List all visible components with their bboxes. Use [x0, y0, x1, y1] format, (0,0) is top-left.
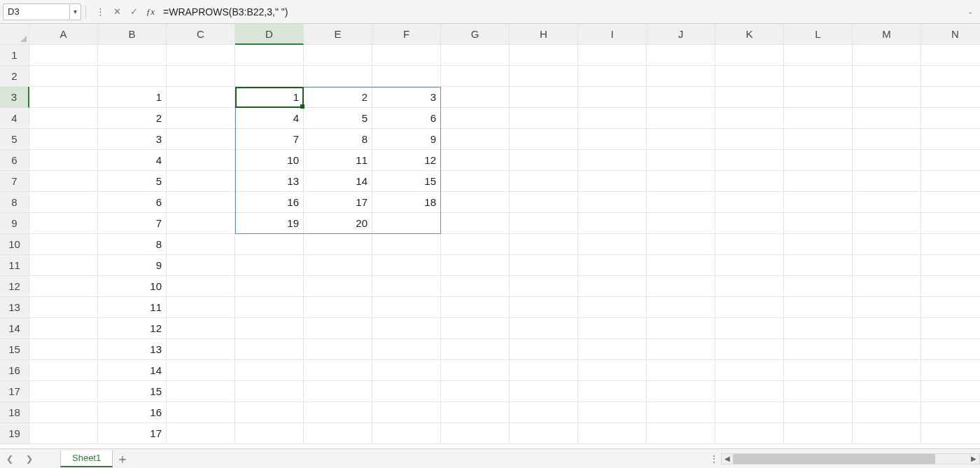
row-header[interactable]: 1	[0, 45, 29, 66]
cell[interactable]	[304, 318, 372, 339]
cell[interactable]	[715, 192, 784, 213]
cancel-icon[interactable]: ✕	[110, 5, 124, 19]
cell[interactable]: 13	[98, 339, 167, 360]
cell[interactable]	[372, 297, 441, 318]
cell[interactable]	[921, 297, 980, 318]
cell[interactable]	[853, 297, 921, 318]
cell[interactable]	[510, 66, 578, 87]
cell[interactable]	[853, 192, 921, 213]
cell[interactable]	[441, 150, 510, 171]
next-sheet-icon[interactable]: ❯	[20, 449, 39, 469]
cell[interactable]	[715, 276, 784, 297]
column-header[interactable]: L	[784, 24, 853, 45]
cell[interactable]	[441, 381, 510, 402]
cell[interactable]	[167, 192, 235, 213]
cell[interactable]: 9	[372, 129, 441, 150]
cell[interactable]	[441, 318, 510, 339]
cell[interactable]	[853, 213, 921, 234]
prev-sheet-icon[interactable]: ❮	[0, 449, 20, 469]
cell[interactable]	[578, 150, 647, 171]
cell[interactable]	[441, 87, 510, 108]
cell[interactable]	[304, 234, 372, 255]
cell[interactable]: 9	[98, 255, 167, 276]
cell[interactable]	[441, 66, 510, 87]
cell[interactable]: 1	[235, 87, 304, 108]
cell[interactable]	[921, 150, 980, 171]
cell[interactable]	[715, 339, 784, 360]
cell[interactable]	[441, 255, 510, 276]
cell[interactable]	[304, 402, 372, 423]
cell[interactable]	[304, 276, 372, 297]
sheet-tab-active[interactable]: Sheet1	[60, 450, 113, 467]
row-header[interactable]: 19	[0, 423, 29, 444]
cell[interactable]	[510, 255, 578, 276]
cell[interactable]	[921, 171, 980, 192]
cell[interactable]	[647, 423, 715, 444]
cell[interactable]	[647, 276, 715, 297]
cell[interactable]	[647, 213, 715, 234]
cell[interactable]	[29, 192, 98, 213]
cell[interactable]	[784, 45, 853, 66]
cell[interactable]	[441, 297, 510, 318]
cell[interactable]	[235, 360, 304, 381]
cell[interactable]	[29, 171, 98, 192]
cell[interactable]	[167, 66, 235, 87]
column-header[interactable]: N	[921, 24, 980, 45]
scrollbar-thumb[interactable]	[733, 454, 935, 464]
cell[interactable]	[578, 402, 647, 423]
cell[interactable]	[784, 234, 853, 255]
cell[interactable]	[715, 150, 784, 171]
cell[interactable]: 2	[98, 108, 167, 129]
column-header[interactable]: C	[167, 24, 235, 45]
cell[interactable]	[784, 360, 853, 381]
cell[interactable]	[715, 381, 784, 402]
cell[interactable]	[853, 171, 921, 192]
cell[interactable]	[647, 297, 715, 318]
cell[interactable]	[853, 423, 921, 444]
cell[interactable]	[510, 171, 578, 192]
cell[interactable]: 2	[304, 87, 372, 108]
cell[interactable]	[372, 276, 441, 297]
cell[interactable]	[235, 318, 304, 339]
cell[interactable]	[304, 297, 372, 318]
cell[interactable]	[784, 108, 853, 129]
cell[interactable]	[29, 66, 98, 87]
cell[interactable]	[578, 276, 647, 297]
row-header[interactable]: 13	[0, 297, 29, 318]
cell[interactable]	[578, 129, 647, 150]
row-header[interactable]: 3	[0, 87, 29, 108]
cell[interactable]	[578, 255, 647, 276]
cell[interactable]	[853, 150, 921, 171]
cell[interactable]: 1	[98, 87, 167, 108]
cell[interactable]	[167, 234, 235, 255]
cell[interactable]	[578, 360, 647, 381]
column-header[interactable]: M	[853, 24, 921, 45]
cell[interactable]	[578, 297, 647, 318]
cell[interactable]	[510, 150, 578, 171]
cell[interactable]	[235, 297, 304, 318]
cell[interactable]	[715, 171, 784, 192]
cell[interactable]	[921, 87, 980, 108]
cell[interactable]	[784, 318, 853, 339]
cell[interactable]	[853, 381, 921, 402]
cell[interactable]	[372, 360, 441, 381]
scrollbar-track[interactable]	[733, 454, 968, 464]
cell[interactable]	[647, 381, 715, 402]
cell[interactable]	[921, 129, 980, 150]
cell[interactable]	[29, 108, 98, 129]
cell[interactable]	[647, 45, 715, 66]
cell[interactable]	[853, 66, 921, 87]
cell[interactable]	[235, 45, 304, 66]
cell[interactable]	[167, 150, 235, 171]
column-header[interactable]: J	[647, 24, 715, 45]
cell[interactable]	[167, 339, 235, 360]
cell[interactable]	[510, 381, 578, 402]
cell[interactable]	[921, 402, 980, 423]
cell[interactable]	[372, 234, 441, 255]
cell[interactable]	[715, 66, 784, 87]
horizontal-scrollbar[interactable]: ◀ ▶	[721, 453, 980, 464]
select-all-corner[interactable]	[0, 24, 29, 45]
row-header[interactable]: 9	[0, 213, 29, 234]
cell[interactable]	[372, 66, 441, 87]
cell[interactable]	[29, 318, 98, 339]
